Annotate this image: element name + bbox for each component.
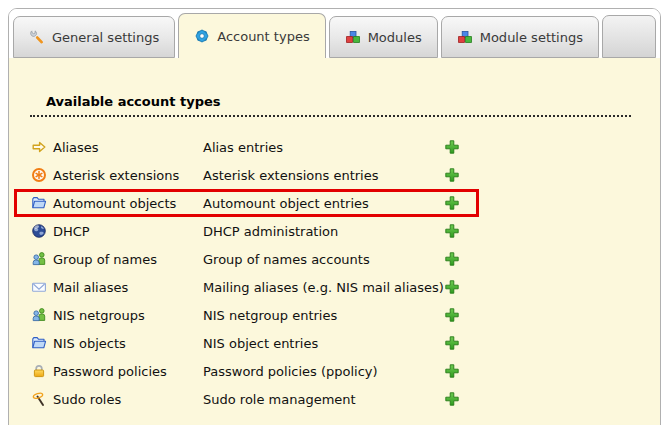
add-account-type-button[interactable] — [444, 223, 460, 239]
account-type-label: Automount objects — [53, 196, 203, 211]
tab-modules[interactable]: Modules — [329, 16, 438, 58]
tab-account-types[interactable]: Account types — [178, 13, 325, 58]
add-account-type-button[interactable] — [444, 195, 460, 211]
asterisk-icon — [31, 167, 47, 183]
tab-module-settings[interactable]: Module settings — [441, 16, 599, 58]
add-plus-icon — [444, 223, 460, 239]
tab-label: General settings — [52, 30, 159, 45]
tabbar-filler — [602, 15, 656, 58]
padlock-icon — [31, 363, 47, 379]
right-arrow-icon — [31, 139, 47, 155]
tab-label: Module settings — [480, 30, 583, 45]
account-type-row-group-of-names: Group of names Group of names accounts — [31, 245, 460, 273]
account-type-list: Aliases Alias entries Asterisk extension… — [31, 133, 460, 413]
add-plus-icon — [444, 251, 460, 267]
modules-icon — [457, 29, 473, 45]
account-type-label: Group of names — [53, 252, 203, 267]
add-plus-icon — [444, 363, 460, 379]
account-type-row-nis-objects: NIS objects NIS object entries — [31, 329, 460, 357]
account-type-label: Sudo roles — [53, 392, 203, 407]
account-type-label: Mail aliases — [53, 280, 203, 295]
account-type-label: NIS netgroups — [53, 308, 203, 323]
account-type-label: DHCP — [53, 224, 203, 239]
account-type-description: Mailing aliases (e.g. NIS mail aliases) — [203, 280, 444, 295]
open-folder-icon — [31, 195, 47, 211]
account-type-row-asterisk-extensions: Asterisk extensions Asterisk extensions … — [31, 161, 460, 189]
add-plus-icon — [444, 391, 460, 407]
account-type-row-mail-aliases: Mail aliases Mailing aliases (e.g. NIS m… — [31, 273, 460, 301]
settings-window: General settings Account types Modules M… — [8, 8, 661, 425]
mail-envelope-icon — [31, 279, 47, 295]
account-type-description: Automount object entries — [203, 196, 369, 211]
account-type-label: Aliases — [53, 140, 203, 155]
gear-icon — [194, 28, 210, 44]
tab-label: Account types — [217, 29, 309, 44]
account-type-description: Group of names accounts — [203, 252, 370, 267]
add-account-type-button[interactable] — [444, 335, 460, 351]
tab-bar: General settings Account types Modules M… — [9, 9, 660, 58]
account-type-row-automount-objects: Automount objects Automount object entri… — [31, 189, 460, 217]
account-type-label: Password policies — [53, 364, 203, 379]
section-title: Available account types — [30, 94, 631, 117]
account-type-description: NIS netgroup entries — [203, 308, 337, 323]
add-plus-icon — [444, 307, 460, 323]
users-icon — [31, 251, 47, 267]
users-icon — [31, 307, 47, 323]
account-type-row-password-policies: Password policies Password policies (ppo… — [31, 357, 460, 385]
account-type-row-aliases: Aliases Alias entries — [31, 133, 460, 161]
account-type-row-nis-netgroups: NIS netgroups NIS netgroup entries — [31, 301, 460, 329]
account-type-label: Asterisk extensions — [53, 168, 203, 183]
wrench-icon — [29, 29, 45, 45]
add-plus-icon — [444, 335, 460, 351]
account-type-label: NIS objects — [53, 336, 203, 351]
add-account-type-button[interactable] — [444, 391, 460, 407]
tab-general-settings[interactable]: General settings — [13, 16, 175, 58]
account-type-description: DHCP administration — [203, 224, 338, 239]
globe-icon — [31, 223, 47, 239]
add-account-type-button[interactable] — [444, 363, 460, 379]
account-type-description: Password policies (ppolicy) — [203, 364, 378, 379]
wand-icon — [31, 391, 47, 407]
add-account-type-button[interactable] — [444, 139, 460, 155]
add-plus-icon — [444, 279, 460, 295]
account-type-row-dhcp: DHCP DHCP administration — [31, 217, 460, 245]
open-folder-icon — [31, 335, 47, 351]
add-plus-icon — [444, 195, 460, 211]
account-type-row-sudo-roles: Sudo roles Sudo role management — [31, 385, 460, 413]
account-type-description: Sudo role management — [203, 392, 356, 407]
account-type-description: Alias entries — [203, 140, 283, 155]
add-plus-icon — [444, 139, 460, 155]
add-account-type-button[interactable] — [444, 279, 460, 295]
account-type-description: NIS object entries — [203, 336, 318, 351]
add-account-type-button[interactable] — [444, 307, 460, 323]
modules-icon — [345, 29, 361, 45]
tab-label: Modules — [368, 30, 422, 45]
add-account-type-button[interactable] — [444, 167, 460, 183]
account-types-panel: Available account types Aliases Alias en… — [9, 58, 660, 425]
add-account-type-button[interactable] — [444, 251, 460, 267]
add-plus-icon — [444, 167, 460, 183]
account-type-description: Asterisk extensions entries — [203, 168, 379, 183]
